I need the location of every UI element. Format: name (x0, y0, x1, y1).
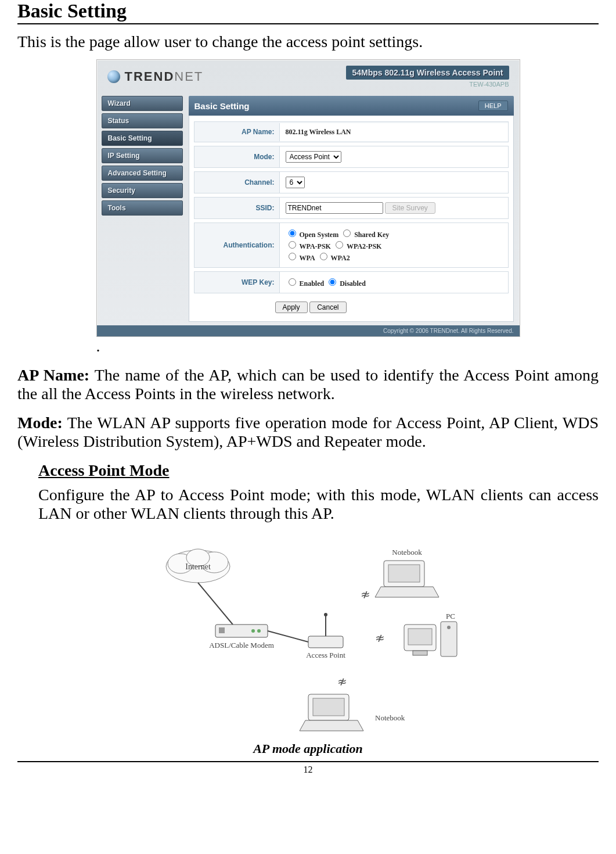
auth-wpa[interactable]: WPA (286, 254, 315, 262)
wireless-icon: ≉ (337, 675, 347, 688)
svg-rect-14 (388, 565, 420, 582)
internet-cloud-icon: Internet (166, 549, 230, 583)
cancel-button[interactable]: Cancel (309, 302, 346, 313)
sidebar-item-advanced-setting[interactable]: Advanced Setting (102, 166, 183, 181)
page-number: 12 (304, 765, 313, 774)
auth-wpa2[interactable]: WPA2 (317, 254, 350, 262)
svg-marker-23 (300, 720, 363, 731)
sidebar-item-status[interactable]: Status (102, 113, 183, 128)
channel-select[interactable]: 6 (286, 177, 305, 188)
help-button[interactable]: HELP (478, 101, 508, 111)
wep-disabled[interactable]: Disabled (326, 279, 366, 288)
svg-rect-22 (313, 698, 344, 716)
sidebar-item-basic-setting[interactable]: Basic Setting (102, 131, 183, 146)
modem-label: ADSL/Cable Modem (209, 641, 274, 650)
sidebar-item-security[interactable]: Security (102, 183, 183, 198)
page-title: Basic Setting (17, 0, 599, 24)
svg-rect-12 (308, 636, 343, 648)
svg-point-7 (257, 629, 261, 633)
wep-label: WEP Key: (194, 272, 279, 292)
notebook-icon: Notebook (300, 694, 405, 731)
svg-rect-18 (413, 651, 427, 655)
mode-select[interactable]: Access Point (286, 151, 341, 163)
svg-marker-15 (375, 587, 439, 597)
ssid-label: SSID: (194, 198, 279, 218)
sidebar-item-wizard[interactable]: Wizard (102, 96, 183, 111)
svg-rect-6 (219, 627, 225, 633)
notebook-label: Notebook (392, 548, 422, 557)
diagram-caption: AP mode application (17, 741, 599, 756)
sidebar-item-tools[interactable]: Tools (102, 200, 183, 216)
wep-enabled[interactable]: Enabled (286, 279, 325, 288)
svg-point-11 (324, 613, 327, 616)
svg-line-4 (198, 583, 233, 625)
intro-text: This is the page allow user to change th… (17, 33, 599, 51)
product-title: 54Mbps 802.11g Wireless Access Point (346, 66, 509, 80)
access-point-icon: Access Point (306, 613, 345, 659)
product-model: TEW-430APB (346, 81, 509, 88)
notebook-label: Notebook (375, 713, 405, 722)
copyright-footer: Copyright © 2006 TRENDnet. All Rights Re… (97, 325, 520, 336)
ssid-input[interactable] (286, 202, 383, 214)
mode-description: Mode: The WLAN AP supports five operatio… (17, 414, 599, 451)
wireless-icon: ≉ (375, 631, 385, 644)
auth-shared-key[interactable]: Shared Key (340, 231, 389, 239)
sidebar-item-ip-setting[interactable]: IP Setting (102, 148, 183, 163)
pc-icon: PC (404, 612, 457, 656)
svg-point-20 (447, 626, 451, 629)
wireless-icon: ≉ (361, 588, 370, 601)
brand-name: TRENDNET (125, 69, 204, 84)
auth-label: Authentication: (194, 235, 279, 255)
site-survey-button[interactable]: Site Survey (385, 202, 435, 214)
mode-label: Mode: (194, 147, 279, 167)
pc-label: PC (446, 612, 455, 620)
svg-rect-17 (408, 629, 432, 645)
access-point-mode-heading: Access Point Mode (38, 461, 599, 480)
router-admin-screenshot: TRENDNET 54Mbps 802.11g Wireless Access … (96, 59, 520, 337)
panel-title: Basic Setting (194, 101, 250, 111)
sidebar: Wizard Status Basic Setting IP Setting A… (102, 96, 183, 322)
modem-icon: ADSL/Cable Modem (209, 625, 274, 650)
svg-point-8 (251, 629, 255, 633)
ap-name-description: AP Name: The name of the AP, which can b… (17, 366, 599, 403)
channel-label: Channel: (194, 173, 279, 192)
internet-label: Internet (185, 562, 211, 571)
trailing-dot: . (96, 337, 100, 355)
auth-wpa2-psk[interactable]: WPA2-PSK (333, 242, 381, 250)
auth-open-system[interactable]: Open System (286, 231, 339, 239)
apply-button[interactable]: Apply (275, 302, 308, 313)
ap-mode-diagram: Internet ADSL/Cable Modem Access Point (146, 534, 471, 738)
ap-name-label: AP Name: (194, 122, 279, 142)
access-point-mode-text: Configure the AP to Access Point mode; w… (38, 486, 599, 523)
ap-label: Access Point (306, 651, 345, 659)
auth-wpa-psk[interactable]: WPA-PSK (286, 242, 331, 250)
notebook-icon: Notebook (375, 548, 439, 597)
brand-logo-icon (107, 70, 120, 83)
ap-name-value: 802.11g Wireless LAN (286, 128, 351, 136)
